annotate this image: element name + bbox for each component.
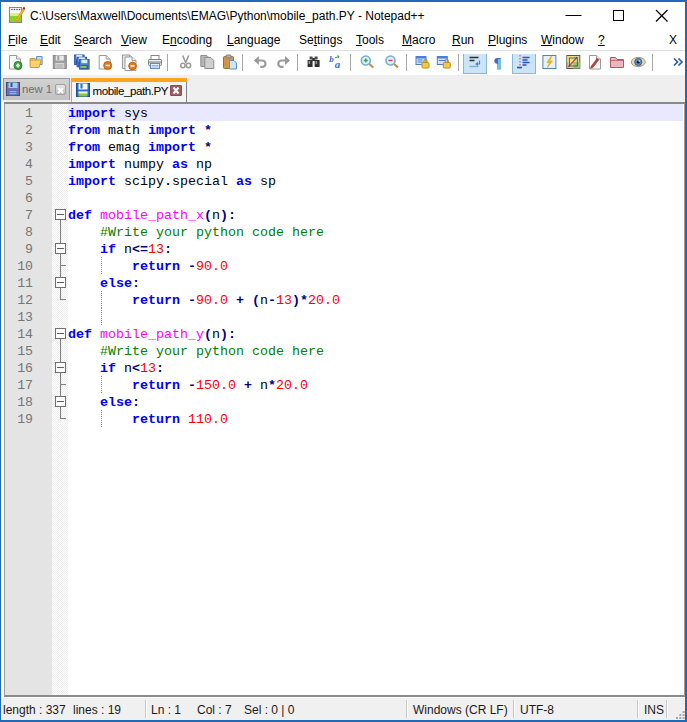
svg-text:b: b bbox=[329, 54, 334, 64]
svg-text:¶: ¶ bbox=[494, 55, 502, 71]
svg-text:a: a bbox=[335, 58, 341, 70]
